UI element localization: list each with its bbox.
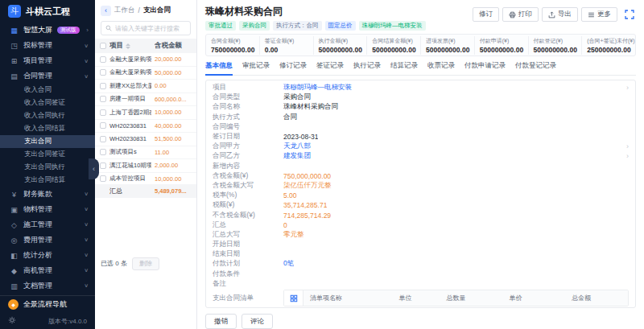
table-row[interactable]: 成本管控项目10,000.00: [95, 173, 196, 185]
table-row[interactable]: WH2023083140,000.00: [95, 120, 196, 134]
field-label: 合同类型: [213, 93, 283, 102]
sidebar-item-expense-contract-visa[interactable]: 支出合同签证: [0, 148, 95, 161]
field-value: 2023-08-31: [283, 133, 318, 141]
material-icon: ▣: [10, 206, 19, 214]
sidebar-item-smart-screen[interactable]: ▦ 智慧大屏 测试版 ›: [0, 23, 95, 38]
row-checkbox[interactable]: [100, 136, 106, 142]
field-value: 5.00: [283, 191, 297, 199]
fullscreen-icon[interactable]: [623, 8, 636, 21]
contract-icon: ▤: [10, 72, 19, 80]
grid-icon[interactable]: [284, 290, 303, 306]
tab-basic-info[interactable]: 基本信息: [205, 61, 233, 76]
sidebar-item-bidding[interactable]: ◳ 投标管理 ∨: [0, 38, 95, 53]
search-input[interactable]: [115, 25, 186, 32]
table-row[interactable]: 金融大厦采购项目50,000.00: [95, 67, 196, 80]
revoke-button[interactable]: 撤销: [205, 314, 237, 329]
table-row[interactable]: WH2023083151,500.00: [95, 133, 196, 146]
select-all-checkbox[interactable]: [100, 43, 106, 49]
chevron-right-icon[interactable]: ›: [626, 84, 629, 92]
dashboard-icon: ▦: [10, 27, 19, 35]
sidebar-item-expense[interactable]: ◎ 费用管理 ∨: [0, 232, 95, 248]
sidebar-item-construction[interactable]: ◇ 施工管理 ∨: [0, 217, 95, 232]
row-checkbox[interactable]: [100, 122, 106, 129]
table-row[interactable]: 金融大厦采购项目20,000.00: [95, 53, 196, 67]
sidebar-item-document[interactable]: ▥ 文档管理 ∨: [0, 278, 95, 294]
row-checkbox[interactable]: [100, 175, 106, 182]
tab-payment-request-records[interactable]: 付款申请记录: [464, 61, 506, 75]
chevron-right-icon[interactable]: ›: [626, 152, 629, 160]
party-b-link[interactable]: 建发集团: [283, 151, 311, 161]
gear-icon[interactable]: [8, 316, 16, 326]
sidebar-item-label: 物料管理: [23, 204, 52, 215]
breadcrumb: ‹ 工作台 / 支出合同: [95, 0, 196, 21]
sidebar-item-opportunity[interactable]: ◆ 商机管理 ∨: [0, 263, 95, 278]
table-row[interactable]: 测试项目s11.00: [95, 146, 196, 160]
printer-icon: [509, 11, 516, 19]
delete-button[interactable]: 删除: [132, 257, 159, 270]
print-button[interactable]: 打印: [502, 7, 539, 22]
breadcrumb-current: 支出合同: [143, 6, 171, 15]
sidebar-item-contract[interactable]: ▤ 合同管理 ∨: [0, 68, 95, 84]
tab-approval-records[interactable]: 审批记录: [242, 61, 270, 75]
compass-icon: ◆: [8, 299, 19, 310]
row-checkbox[interactable]: [100, 56, 106, 63]
more-button[interactable]: 更多: [581, 7, 617, 22]
opportunity-icon: ◆: [10, 267, 19, 275]
row-checkbox[interactable]: [100, 162, 106, 169]
sidebar-item-finance[interactable]: ¥ 财务账款 ∨: [0, 187, 95, 202]
app-logo-icon: 斗: [8, 5, 21, 18]
breadcrumb-parent[interactable]: 工作台: [114, 6, 135, 15]
project-link[interactable]: 珠穆朗玛峰—电梯安装: [283, 83, 352, 93]
revise-button[interactable]: 修订: [473, 7, 499, 22]
sidebar-item-process-navigation[interactable]: ◆ 全景流程导航: [0, 295, 95, 313]
field-row: 付款计划0笔: [213, 259, 629, 269]
table-row[interactable]: 新建XX总部大厦工...0.00: [95, 80, 196, 93]
party-a-link[interactable]: 天龙八部: [283, 142, 311, 151]
tab-settlement-records[interactable]: 结算记录: [390, 61, 418, 75]
project-name: 测试项目s: [109, 148, 151, 156]
project-name: 上海丁香园2期改造...: [109, 109, 151, 117]
row-checkbox[interactable]: [100, 83, 106, 89]
sidebar-item-project[interactable]: ⊞ 项目管理 ∨: [0, 53, 95, 68]
field-row: 合同类型采购合同: [213, 93, 629, 102]
row-checkbox[interactable]: [100, 96, 106, 102]
back-button[interactable]: ‹: [101, 6, 111, 16]
sidebar-item-income-contract[interactable]: 收入合同: [0, 84, 95, 97]
tab-payment-register-records[interactable]: 付款登记记录: [515, 61, 556, 75]
table-row[interactable]: 上海丁香园2期改造...10,000.00: [95, 106, 196, 120]
sidebar-item-expense-contract[interactable]: 支出合同: [0, 135, 95, 148]
column-header-quantity: 总数量: [440, 294, 503, 302]
export-button[interactable]: 导出: [542, 7, 578, 22]
stat-contract-amount: 合同金额(¥)750000000.00: [206, 36, 259, 55]
project-name: 房建一期项目: [109, 95, 151, 103]
sidebar-collapse-handle[interactable]: ‹: [89, 158, 99, 179]
sidebar-item-expense-contract-exec[interactable]: 支出合同执行: [0, 161, 95, 174]
sidebar-item-expense-contract-settle[interactable]: 支出合同结算: [0, 174, 95, 187]
tab-invoice-records[interactable]: 收票记录: [427, 61, 455, 75]
sidebar-item-statistics[interactable]: ◧ 统计分析 ∨: [0, 248, 95, 263]
sort-icon[interactable]: [126, 43, 130, 49]
field-label: 付款计划: [213, 259, 283, 269]
tab-execution-records[interactable]: 执行记录: [353, 61, 381, 75]
comment-button[interactable]: 评论: [242, 314, 273, 329]
table-row[interactable]: 漓江花城10期项目-...2,000.00: [95, 159, 196, 173]
column-header-project[interactable]: 项目: [109, 41, 151, 51]
payment-plan-link[interactable]: 0笔: [283, 259, 294, 269]
row-checkbox[interactable]: [100, 109, 106, 116]
row-checkbox[interactable]: [100, 149, 106, 155]
stat-value: 500000000.00: [480, 46, 523, 54]
column-header-amount: 含税金额: [155, 41, 192, 51]
field-label: 税额(¥): [213, 200, 283, 210]
sidebar-item-income-contract-visa[interactable]: 收入合同签证: [0, 97, 95, 109]
sidebar-item-material[interactable]: ▣ 物料管理 ∨: [0, 202, 95, 217]
chevron-right-icon[interactable]: ›: [626, 142, 629, 150]
tab-revision-records[interactable]: 修订记录: [279, 61, 307, 75]
table-row[interactable]: 房建一期项目600,000.0...: [95, 93, 196, 107]
status-badge: 审批通过: [205, 21, 236, 31]
sidebar-item-income-contract-exec[interactable]: 收入合同执行: [0, 109, 95, 122]
row-checkbox[interactable]: [100, 69, 106, 76]
sidebar-item-income-contract-settle[interactable]: 收入合同结算: [0, 122, 95, 135]
field-row: 项目珠穆朗玛峰—电梯安装›: [213, 83, 629, 93]
field-label: 项目: [213, 83, 283, 93]
tab-visa-records[interactable]: 签证记录: [316, 61, 344, 75]
